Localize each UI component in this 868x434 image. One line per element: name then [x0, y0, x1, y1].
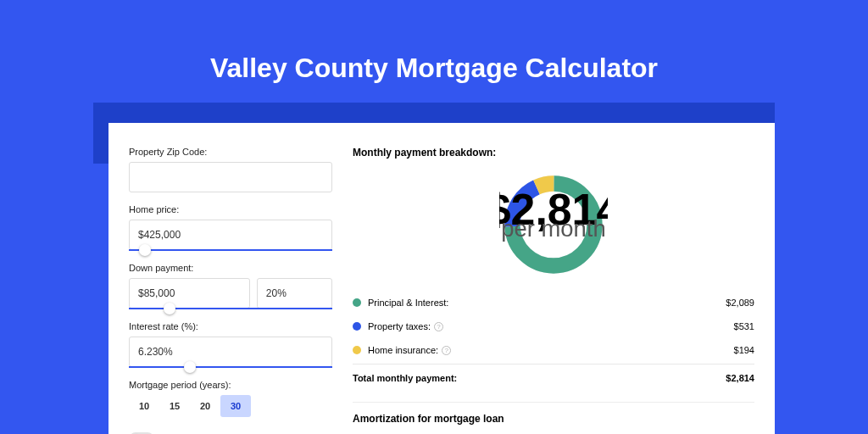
price-input[interactable] [129, 220, 332, 250]
down-slider-thumb[interactable] [164, 303, 175, 314]
total-value: $2,814 [726, 373, 754, 383]
breakdown-item-label: Principal & Interest: [368, 298, 726, 308]
breakdown-item-label: Home insurance:? [368, 345, 734, 355]
total-row: Total monthly payment: $2,814 [353, 364, 754, 390]
period-option-15[interactable]: 15 [159, 395, 190, 417]
breakdown-title: Monthly payment breakdown: [353, 147, 754, 159]
zip-input[interactable] [129, 162, 332, 192]
price-slider-thumb[interactable] [139, 244, 151, 256]
down-slider-track[interactable] [129, 308, 332, 309]
period-options: 10152030 [129, 395, 332, 417]
breakdown-row: Property taxes:?$531 [353, 314, 754, 338]
info-icon[interactable]: ? [442, 346, 451, 355]
zip-field: Property Zip Code: [129, 147, 332, 192]
rate-input[interactable] [129, 337, 332, 367]
calculator-panel: Property Zip Code: Home price: Down paym… [108, 123, 775, 434]
price-field: Home price: [129, 204, 332, 251]
breakdown-row: Home insurance:?$194 [353, 338, 754, 362]
rate-label: Interest rate (%): [129, 321, 332, 331]
donut-center-sub: per month [501, 215, 605, 242]
price-slider-track[interactable] [129, 249, 332, 251]
donut-chart: $2,814 per month [499, 170, 608, 279]
info-icon[interactable]: ? [434, 322, 443, 331]
rate-slider-track[interactable] [129, 366, 332, 368]
period-option-30[interactable]: 30 [220, 395, 251, 417]
legend-dot-icon [353, 322, 361, 331]
page-title: Valley County Mortgage Calculator [0, 0, 868, 84]
down-label: Down payment: [129, 263, 332, 273]
down-percent-input[interactable] [257, 278, 332, 309]
rate-slider-thumb[interactable] [184, 361, 196, 373]
zip-label: Property Zip Code: [129, 147, 332, 157]
breakdown-row: Principal & Interest:$2,089 [353, 291, 754, 314]
breakdown-column: Monthly payment breakdown: $2,814 per mo… [353, 147, 754, 434]
rate-field: Interest rate (%): [129, 321, 332, 368]
amortization-title: Amortization for mortgage loan [353, 413, 754, 425]
period-option-20[interactable]: 20 [190, 395, 220, 417]
period-label: Mortgage period (years): [129, 380, 332, 390]
breakdown-item-label: Property taxes:? [368, 321, 734, 331]
down-amount-input[interactable] [129, 278, 250, 309]
breakdown-item-value: $531 [734, 321, 754, 331]
down-field: Down payment: [129, 263, 332, 309]
divider [353, 402, 754, 403]
total-label: Total monthly payment: [353, 373, 726, 383]
breakdown-item-value: $2,089 [726, 298, 754, 308]
donut-chart-wrap: $2,814 per month [353, 165, 754, 291]
legend-dot-icon [353, 298, 361, 307]
legend-dot-icon [353, 346, 361, 354]
period-field: Mortgage period (years): 10152030 [129, 380, 332, 417]
breakdown-lines: Principal & Interest:$2,089Property taxe… [353, 291, 754, 362]
period-option-10[interactable]: 10 [129, 395, 159, 417]
breakdown-item-value: $194 [734, 345, 754, 355]
price-label: Home price: [129, 204, 332, 214]
input-column: Property Zip Code: Home price: Down paym… [129, 147, 332, 434]
